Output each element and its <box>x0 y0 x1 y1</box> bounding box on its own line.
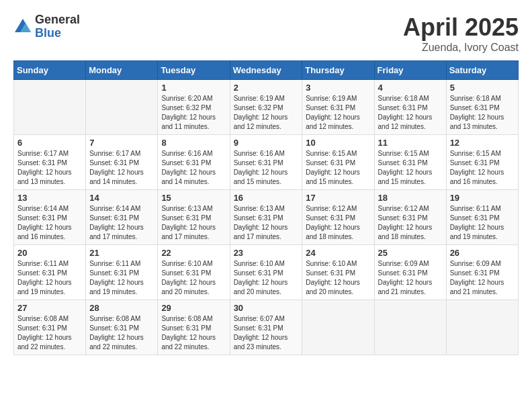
day-number: 22 <box>161 248 226 258</box>
calendar-table: SundayMondayTuesdayWednesdayThursdayFrid… <box>13 60 519 355</box>
day-number: 4 <box>378 83 443 93</box>
day-info: Sunrise: 6:17 AMSunset: 6:31 PMDaylight:… <box>17 149 82 187</box>
day-info: Sunrise: 6:08 AMSunset: 6:31 PMDaylight:… <box>161 314 226 352</box>
day-info: Sunrise: 6:07 AMSunset: 6:31 PMDaylight:… <box>234 314 299 352</box>
weekday-header-wednesday: Wednesday <box>230 61 302 80</box>
day-number: 10 <box>306 138 370 148</box>
weekday-header-friday: Friday <box>374 61 446 80</box>
weekday-header-saturday: Saturday <box>446 61 518 80</box>
calendar-title: April 2025 <box>403 13 519 42</box>
day-info: Sunrise: 6:12 AMSunset: 6:31 PMDaylight:… <box>306 204 370 242</box>
day-number: 23 <box>234 248 299 258</box>
calendar-cell: 27Sunrise: 6:08 AMSunset: 6:31 PMDayligh… <box>14 300 86 355</box>
calendar-cell: 25Sunrise: 6:09 AMSunset: 6:31 PMDayligh… <box>374 245 446 300</box>
calendar-cell: 9Sunrise: 6:16 AMSunset: 6:31 PMDaylight… <box>230 135 302 190</box>
day-info: Sunrise: 6:13 AMSunset: 6:31 PMDaylight:… <box>161 204 226 242</box>
day-info: Sunrise: 6:10 AMSunset: 6:31 PMDaylight:… <box>161 259 226 297</box>
calendar-cell: 5Sunrise: 6:18 AMSunset: 6:31 PMDaylight… <box>446 80 518 135</box>
calendar-cell: 21Sunrise: 6:11 AMSunset: 6:31 PMDayligh… <box>86 245 158 300</box>
day-info: Sunrise: 6:15 AMSunset: 6:31 PMDaylight:… <box>450 149 515 187</box>
day-number: 17 <box>306 193 370 203</box>
calendar-cell: 13Sunrise: 6:14 AMSunset: 6:31 PMDayligh… <box>14 190 86 245</box>
weekday-header-thursday: Thursday <box>302 61 374 80</box>
day-number: 20 <box>17 248 82 258</box>
day-info: Sunrise: 6:14 AMSunset: 6:31 PMDaylight:… <box>89 204 154 242</box>
day-number: 5 <box>450 83 515 93</box>
day-info: Sunrise: 6:08 AMSunset: 6:31 PMDaylight:… <box>17 314 82 352</box>
weekday-header-tuesday: Tuesday <box>158 61 230 80</box>
day-number: 1 <box>161 83 226 93</box>
calendar-cell <box>302 300 374 355</box>
calendar-cell: 4Sunrise: 6:18 AMSunset: 6:31 PMDaylight… <box>374 80 446 135</box>
calendar-cell: 6Sunrise: 6:17 AMSunset: 6:31 PMDaylight… <box>14 135 86 190</box>
day-info: Sunrise: 6:11 AMSunset: 6:31 PMDaylight:… <box>89 259 154 297</box>
calendar-cell <box>446 300 518 355</box>
day-number: 16 <box>234 193 299 203</box>
logo-general-text: General <box>35 13 80 27</box>
calendar-cell <box>374 300 446 355</box>
day-number: 21 <box>89 248 154 258</box>
day-number: 11 <box>378 138 443 148</box>
calendar-cell: 17Sunrise: 6:12 AMSunset: 6:31 PMDayligh… <box>302 190 374 245</box>
calendar-cell: 15Sunrise: 6:13 AMSunset: 6:31 PMDayligh… <box>158 190 230 245</box>
day-info: Sunrise: 6:16 AMSunset: 6:31 PMDaylight:… <box>234 149 299 187</box>
weekday-header-monday: Monday <box>86 61 158 80</box>
day-info: Sunrise: 6:09 AMSunset: 6:31 PMDaylight:… <box>378 259 443 297</box>
day-info: Sunrise: 6:14 AMSunset: 6:31 PMDaylight:… <box>17 204 82 242</box>
page-header: General Blue April 2025 Zuenda, Ivory Co… <box>13 13 519 54</box>
calendar-cell: 18Sunrise: 6:12 AMSunset: 6:31 PMDayligh… <box>374 190 446 245</box>
calendar-cell: 30Sunrise: 6:07 AMSunset: 6:31 PMDayligh… <box>230 300 302 355</box>
day-number: 15 <box>161 193 226 203</box>
day-number: 26 <box>450 248 515 258</box>
calendar-cell: 20Sunrise: 6:11 AMSunset: 6:31 PMDayligh… <box>14 245 86 300</box>
day-info: Sunrise: 6:11 AMSunset: 6:31 PMDaylight:… <box>450 204 515 242</box>
calendar-cell: 29Sunrise: 6:08 AMSunset: 6:31 PMDayligh… <box>158 300 230 355</box>
calendar-cell <box>86 80 158 135</box>
day-number: 13 <box>17 193 82 203</box>
day-info: Sunrise: 6:15 AMSunset: 6:31 PMDaylight:… <box>378 149 443 187</box>
day-number: 28 <box>89 303 154 313</box>
calendar-cell: 19Sunrise: 6:11 AMSunset: 6:31 PMDayligh… <box>446 190 518 245</box>
calendar-cell: 10Sunrise: 6:15 AMSunset: 6:31 PMDayligh… <box>302 135 374 190</box>
weekday-header-sunday: Sunday <box>14 61 86 80</box>
day-info: Sunrise: 6:17 AMSunset: 6:31 PMDaylight:… <box>89 149 154 187</box>
calendar-cell: 8Sunrise: 6:16 AMSunset: 6:31 PMDaylight… <box>158 135 230 190</box>
day-info: Sunrise: 6:09 AMSunset: 6:31 PMDaylight:… <box>450 259 515 297</box>
calendar-cell: 26Sunrise: 6:09 AMSunset: 6:31 PMDayligh… <box>446 245 518 300</box>
calendar-cell: 28Sunrise: 6:08 AMSunset: 6:31 PMDayligh… <box>86 300 158 355</box>
week-row-2: 6Sunrise: 6:17 AMSunset: 6:31 PMDaylight… <box>14 135 519 190</box>
day-info: Sunrise: 6:08 AMSunset: 6:31 PMDaylight:… <box>89 314 154 352</box>
day-info: Sunrise: 6:11 AMSunset: 6:31 PMDaylight:… <box>17 259 82 297</box>
day-number: 8 <box>161 138 226 148</box>
day-number: 7 <box>89 138 154 148</box>
day-info: Sunrise: 6:19 AMSunset: 6:32 PMDaylight:… <box>234 94 299 132</box>
calendar-cell: 2Sunrise: 6:19 AMSunset: 6:32 PMDaylight… <box>230 80 302 135</box>
day-info: Sunrise: 6:15 AMSunset: 6:31 PMDaylight:… <box>306 149 370 187</box>
calendar-cell: 11Sunrise: 6:15 AMSunset: 6:31 PMDayligh… <box>374 135 446 190</box>
day-number: 14 <box>89 193 154 203</box>
day-info: Sunrise: 6:10 AMSunset: 6:31 PMDaylight:… <box>306 259 370 297</box>
logo-icon <box>13 17 32 36</box>
day-info: Sunrise: 6:13 AMSunset: 6:31 PMDaylight:… <box>234 204 299 242</box>
calendar-cell: 12Sunrise: 6:15 AMSunset: 6:31 PMDayligh… <box>446 135 518 190</box>
title-block: April 2025 Zuenda, Ivory Coast <box>403 13 519 54</box>
day-number: 25 <box>378 248 443 258</box>
day-number: 6 <box>17 138 82 148</box>
day-number: 9 <box>234 138 299 148</box>
day-number: 19 <box>450 193 515 203</box>
day-number: 29 <box>161 303 226 313</box>
day-info: Sunrise: 6:19 AMSunset: 6:31 PMDaylight:… <box>306 94 370 132</box>
day-number: 18 <box>378 193 443 203</box>
day-info: Sunrise: 6:18 AMSunset: 6:31 PMDaylight:… <box>450 94 515 132</box>
calendar-cell: 16Sunrise: 6:13 AMSunset: 6:31 PMDayligh… <box>230 190 302 245</box>
day-info: Sunrise: 6:20 AMSunset: 6:32 PMDaylight:… <box>161 94 226 132</box>
day-info: Sunrise: 6:10 AMSunset: 6:31 PMDaylight:… <box>234 259 299 297</box>
week-row-3: 13Sunrise: 6:14 AMSunset: 6:31 PMDayligh… <box>14 190 519 245</box>
week-row-1: 1Sunrise: 6:20 AMSunset: 6:32 PMDaylight… <box>14 80 519 135</box>
calendar-cell: 7Sunrise: 6:17 AMSunset: 6:31 PMDaylight… <box>86 135 158 190</box>
calendar-cell: 1Sunrise: 6:20 AMSunset: 6:32 PMDaylight… <box>158 80 230 135</box>
weekday-header-row: SundayMondayTuesdayWednesdayThursdayFrid… <box>14 61 519 80</box>
calendar-cell: 23Sunrise: 6:10 AMSunset: 6:31 PMDayligh… <box>230 245 302 300</box>
calendar-cell: 14Sunrise: 6:14 AMSunset: 6:31 PMDayligh… <box>86 190 158 245</box>
day-number: 30 <box>234 303 299 313</box>
